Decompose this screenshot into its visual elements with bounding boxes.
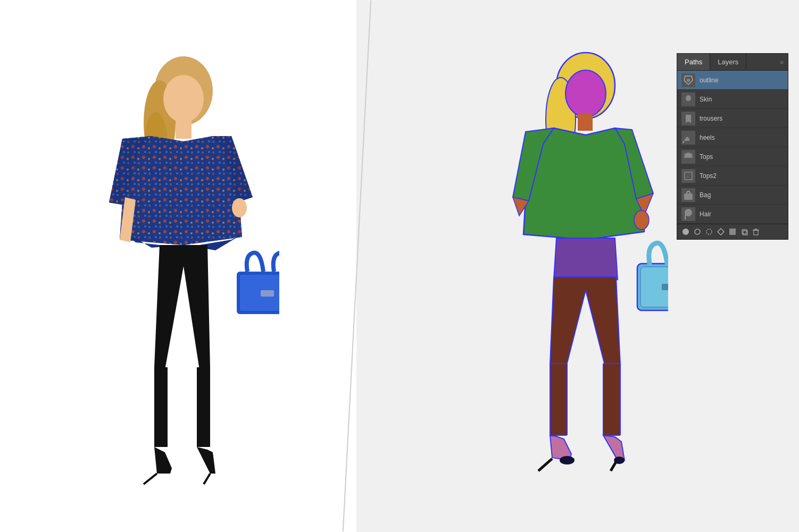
svg-point-22: [634, 210, 649, 230]
layer-item-outline[interactable]: outline: [677, 71, 788, 90]
svg-rect-4: [176, 120, 192, 139]
svg-marker-42: [718, 229, 724, 235]
layer-item-tops2[interactable]: ·· Tops2: [677, 166, 788, 185]
svg-rect-44: [742, 230, 746, 234]
square-icon[interactable]: [728, 227, 737, 236]
panel-footer: [677, 224, 788, 239]
svg-point-10: [232, 198, 247, 217]
svg-point-41: [706, 229, 712, 234]
layer-name-heels: heels: [700, 134, 715, 141]
svg-rect-23: [550, 364, 567, 435]
layer-item-bag[interactable]: Bag: [677, 185, 788, 205]
svg-point-32: [687, 79, 690, 82]
original-figure: [77, 38, 279, 495]
svg-rect-11: [154, 367, 168, 447]
layer-thumb-hair: [681, 207, 695, 221]
tab-paths[interactable]: Paths: [677, 54, 710, 70]
left-panel: [0, 0, 356, 532]
layer-name-tops2: Tops2: [700, 172, 717, 180]
svg-point-3: [163, 75, 204, 123]
svg-text:··: ··: [686, 174, 688, 179]
layer-thumb-tops2: ··: [681, 169, 695, 183]
layer-name-skin: Skin: [700, 96, 712, 103]
svg-rect-21: [578, 114, 593, 131]
layer-item-skin[interactable]: Skin: [677, 90, 788, 109]
layer-item-tops[interactable]: Tops: [677, 147, 788, 166]
paths-panel: Paths Layers ≡ outline Skin trousers: [677, 53, 788, 240]
panel-header: Paths Layers ≡: [677, 54, 788, 71]
svg-point-27: [560, 456, 575, 465]
svg-rect-24: [603, 364, 620, 435]
panel-close-icon[interactable]: ≡: [776, 57, 788, 67]
svg-point-28: [614, 457, 625, 464]
layer-name-trousers: trousers: [700, 115, 722, 122]
layer-item-trousers[interactable]: trousers: [677, 109, 788, 128]
svg-rect-46: [754, 230, 758, 235]
duplicate-icon[interactable]: [740, 227, 748, 236]
empty-circle-icon[interactable]: [693, 227, 702, 236]
svg-rect-45: [743, 231, 747, 235]
svg-rect-37: [684, 193, 693, 200]
svg-rect-43: [729, 229, 736, 235]
svg-line-34: [683, 141, 684, 143]
svg-point-39: [683, 229, 689, 235]
layer-thumb-heels: [681, 131, 695, 145]
layer-name-bag: Bag: [700, 191, 711, 199]
layer-thumb-skin: [681, 92, 695, 106]
segmented-figure: [487, 35, 668, 497]
layer-thumb-bag: [681, 188, 695, 202]
dashed-circle-icon[interactable]: [705, 227, 713, 236]
svg-rect-17: [261, 290, 274, 297]
svg-line-13: [144, 474, 157, 484]
svg-line-25: [538, 459, 552, 471]
layer-item-heels[interactable]: heels: [677, 128, 788, 147]
svg-point-20: [565, 70, 606, 117]
tab-layers[interactable]: Layers: [710, 54, 746, 70]
svg-point-40: [695, 229, 700, 234]
svg-line-14: [204, 474, 210, 484]
svg-rect-12: [197, 367, 210, 447]
layer-thumb-trousers: [681, 112, 695, 125]
filled-circle-icon[interactable]: [681, 227, 690, 236]
layer-name-outline: outline: [700, 77, 718, 84]
trash-icon[interactable]: [752, 227, 760, 236]
layer-name-tops: Tops: [700, 153, 713, 161]
layer-thumb-tops: [681, 150, 695, 164]
layer-item-hair[interactable]: Hair: [677, 205, 788, 224]
layer-name-hair: Hair: [700, 210, 711, 218]
layer-thumb-outline: [681, 73, 695, 87]
svg-rect-31: [662, 284, 668, 290]
diamond-icon[interactable]: [717, 227, 725, 236]
